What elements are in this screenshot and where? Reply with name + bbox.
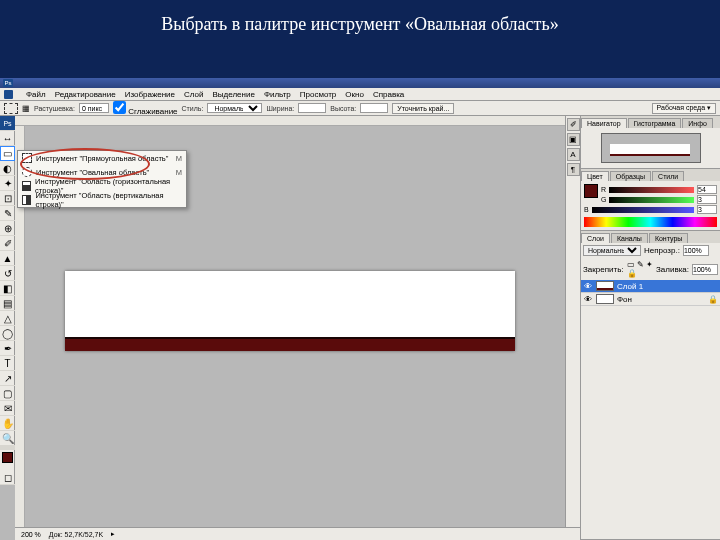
column-icon [22,195,31,205]
tab-swatches[interactable]: Образцы [610,171,651,181]
dock-strip: ✐ ▣ A ¶ [565,116,580,540]
eyedropper-tool[interactable]: ✎ [0,206,15,221]
eraser-tool[interactable]: ◧ [0,281,15,296]
color-spectrum[interactable] [584,217,717,227]
shape-tool[interactable]: ▢ [0,386,15,401]
layer-name: Слой 1 [617,282,643,291]
zoom-level[interactable]: 200 % [21,531,41,538]
zoom-tool[interactable]: 🔍 [0,431,15,446]
refine-edge-button[interactable]: Уточнить край... [392,103,454,114]
red-value[interactable] [697,185,717,194]
crop-tool[interactable]: ⊡ [0,191,15,206]
path-tool[interactable]: ↗ [0,371,15,386]
menu-bar: Файл Редактирование Изображение Слой Выд… [0,88,720,101]
options-bar: ▦ Растушевка: Сглаживание Стиль: Нормаль… [0,101,720,116]
tab-channels[interactable]: Каналы [611,233,648,243]
height-input[interactable] [360,103,388,113]
layer-name: Фон [617,295,632,304]
workspace-switcher[interactable]: Рабочая среда ▾ [652,103,716,114]
width-input[interactable] [298,103,326,113]
menu-edit[interactable]: Редактирование [55,90,116,99]
menu-help[interactable]: Справка [373,90,404,99]
panel-dock: Навигатор Гистограмма Инфо Цвет Образцы … [580,116,720,540]
feather-input[interactable] [79,103,109,113]
tab-navigator[interactable]: Навигатор [581,118,627,128]
tab-histogram[interactable]: Гистограмма [628,118,682,128]
opacity-input[interactable] [683,245,709,256]
menu-select[interactable]: Выделение [212,90,254,99]
style-label: Стиль: [182,105,204,112]
visibility-icon[interactable]: 👁 [583,282,593,291]
marquee-flyout-menu: Инструмент "Прямоугольная область"M Инст… [17,150,187,208]
toolbox: Ps ↔ ▭ ◐ ✦ ⊡ ✎ ⊕ ✐ ▲ ↺ ◧ ▤ △ ◯ ✒ T ↗ ▢ ✉… [0,116,15,485]
brush-tool[interactable]: ✐ [0,236,15,251]
doc-info: Док: 52,7K/52,7K [49,531,103,538]
tab-info[interactable]: Инфо [682,118,713,128]
menu-layer[interactable]: Слой [184,90,203,99]
document-canvas[interactable] [65,271,515,351]
stamp-tool[interactable]: ▲ [0,251,15,266]
marquee-tool[interactable]: ▭ [0,146,15,161]
navigator-thumbnail[interactable] [601,133,701,163]
menu-window[interactable]: Окно [345,90,364,99]
move-tool[interactable]: ↔ [0,131,15,146]
foreground-color-swatch[interactable] [584,184,598,198]
dodge-tool[interactable]: ◯ [0,326,15,341]
navigator-panel: Навигатор Гистограмма Инфо [581,116,720,169]
blur-tool[interactable]: △ [0,311,15,326]
app-icon: Ps [3,79,13,87]
rectangle-icon [22,153,32,163]
heal-tool[interactable]: ⊕ [0,221,15,236]
gradient-tool[interactable]: ▤ [0,296,15,311]
green-value[interactable] [697,195,717,204]
dock-brush-icon[interactable]: ✐ [567,118,580,131]
green-slider[interactable] [609,197,694,203]
color-panel: Цвет Образцы Стили R G B [581,169,720,231]
hand-tool[interactable]: ✋ [0,416,15,431]
lasso-tool[interactable]: ◐ [0,161,15,176]
row-icon [22,181,31,191]
dock-clone-icon[interactable]: ▣ [567,133,580,146]
layer-row-bg[interactable]: 👁 Фон 🔒 [581,293,720,306]
dock-char-icon[interactable]: A [567,148,580,161]
marquee-tool-indicator[interactable] [4,103,18,114]
menu-filter[interactable]: Фильтр [264,90,291,99]
tab-layers[interactable]: Слои [581,233,610,243]
ps-tool-icon[interactable]: Ps [0,116,15,131]
blue-value[interactable] [697,205,717,214]
visibility-icon[interactable]: 👁 [583,295,593,304]
notes-tool[interactable]: ✉ [0,401,15,416]
slide-instruction: Выбрать в палитре инструмент «Овальная о… [0,0,720,45]
type-tool[interactable]: T [0,356,15,371]
height-label: Высота: [330,105,356,112]
ruler-horizontal [15,116,580,126]
body-area: Ps ↔ ▭ ◐ ✦ ⊡ ✎ ⊕ ✐ ▲ ↺ ◧ ▤ △ ◯ ✒ T ↗ ▢ ✉… [0,116,720,540]
quickmask-toggle[interactable]: ◻ [0,470,15,485]
fill-input[interactable] [692,264,718,275]
tab-color[interactable]: Цвет [581,171,609,181]
flyout-rectangular-marquee[interactable]: Инструмент "Прямоугольная область"M [18,151,186,165]
history-brush-tool[interactable]: ↺ [0,266,15,281]
menu-image[interactable]: Изображение [125,90,175,99]
menu-file[interactable]: Файл [26,90,46,99]
red-slider[interactable] [609,187,694,193]
width-label: Ширина: [266,105,294,112]
blend-mode-select[interactable]: Нормальный [583,245,641,256]
layers-panel: Слои Каналы Контуры Нормальный Непрозр.:… [581,231,720,540]
ps-menu-icon[interactable] [4,90,13,99]
antialias-checkbox[interactable]: Сглаживание [113,101,178,116]
pen-tool[interactable]: ✒ [0,341,15,356]
dock-para-icon[interactable]: ¶ [567,163,580,176]
ellipse-icon [22,167,32,177]
style-select[interactable]: Нормальный [207,103,262,113]
feather-label: Растушевка: [34,105,75,112]
photoshop-window: Ps Файл Редактирование Изображение Слой … [0,78,720,540]
tab-styles[interactable]: Стили [652,171,684,181]
tab-paths[interactable]: Контуры [649,233,688,243]
layer-row-1[interactable]: 👁 Слой 1 [581,280,720,293]
flyout-single-col-marquee[interactable]: Инструмент "Область (вертикальная строка… [18,193,186,207]
menu-view[interactable]: Просмотр [300,90,337,99]
blue-slider[interactable] [592,207,694,213]
color-swatches[interactable] [0,450,15,470]
wand-tool[interactable]: ✦ [0,176,15,191]
